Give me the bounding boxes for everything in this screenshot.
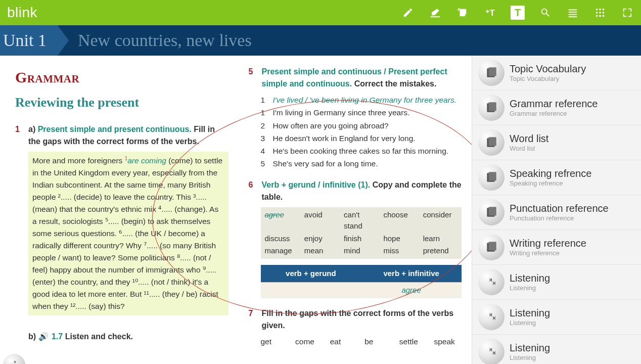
ex5-row-num: 5 xyxy=(261,158,267,169)
sidebar-item-sub: Listening xyxy=(510,284,550,292)
ex6-teal: Verb + gerund / infinitive (1). xyxy=(262,180,371,189)
ex7-num: 7 xyxy=(249,307,257,332)
cards-icon xyxy=(478,199,505,225)
unit-header: Unit 1 New countries, new lives xyxy=(0,25,641,56)
sidebar-item-title: Speaking refrence xyxy=(510,168,591,179)
sidebar-item-title: Word list xyxy=(510,133,548,145)
word-cell: eat xyxy=(330,336,358,347)
word-cell: enjoy xyxy=(304,233,339,245)
sidebar-item[interactable]: ListeningListening xyxy=(472,335,641,364)
ex6-lead: 6 Verb + gerund / infinitive (1). Copy a… xyxy=(249,179,462,203)
sidebar: Topic VocabularyTopic VocabularyGrammar … xyxy=(472,56,641,364)
svg-rect-12 xyxy=(489,67,496,76)
ex6-num: 6 xyxy=(249,179,257,203)
svg-point-2 xyxy=(596,9,598,11)
text-tool-icon[interactable]: T xyxy=(511,6,525,20)
cards-icon xyxy=(478,60,505,86)
sidebar-item[interactable]: ListeningListening xyxy=(472,265,641,300)
sidebar-item-title: Listening xyxy=(510,342,550,354)
sidebar-item[interactable]: Grammar referenceGrammar reference xyxy=(472,90,641,125)
svg-text:+: + xyxy=(457,7,460,13)
ex1b-track: 1.7 xyxy=(52,332,63,341)
ex5-row-num: 1 xyxy=(261,94,267,106)
word-cell: be xyxy=(364,336,392,347)
svg-point-4 xyxy=(603,9,605,11)
apps-grid-icon[interactable] xyxy=(593,6,607,19)
td-gerund xyxy=(261,283,361,298)
ex5-row-text: I'm living in Germany since three years. xyxy=(273,107,410,118)
svg-rect-20 xyxy=(489,207,496,215)
right-column: 5 Present simple and continuous / Presen… xyxy=(249,66,472,364)
audio-icon xyxy=(478,269,505,295)
sidebar-item[interactable]: Word listWord list xyxy=(472,125,641,160)
brand-logo: blink xyxy=(7,5,37,21)
sidebar-item-sub: Listening xyxy=(510,319,550,327)
sidebar-item[interactable]: Topic VocabularyTopic Vocabulary xyxy=(472,56,641,90)
svg-point-9 xyxy=(599,15,601,17)
word-cell: avoid xyxy=(304,209,339,232)
cards-icon xyxy=(478,129,505,156)
sidebar-item[interactable]: Writing referenceWriting reference xyxy=(472,230,641,265)
text-add-icon[interactable]: ⁺T xyxy=(483,6,496,19)
ex5-rows: 1I've lived / 've been living in Germany… xyxy=(249,94,462,170)
ex5-row-text: How often are you going abroad? xyxy=(273,120,389,131)
word-cell: get xyxy=(261,336,289,347)
word-cell: speak xyxy=(434,336,462,347)
ex5-row: 2How often are you going abroad? xyxy=(261,120,462,131)
word-cell: learn xyxy=(423,233,457,245)
svg-text:⁺T: ⁺T xyxy=(485,8,495,17)
sidebar-item-sub: Writing reference xyxy=(510,249,586,257)
sidebar-item-sub: Word list xyxy=(510,145,548,152)
passage-post: (come) to settle in the United Kingdom e… xyxy=(32,156,222,310)
sidebar-item-title: Writing reference xyxy=(510,238,586,249)
word-cell: mind xyxy=(344,245,378,257)
sidebar-item[interactable]: Punctuation referencePunctuation referen… xyxy=(472,195,641,230)
ex5-row: 5She's very sad for a long time. xyxy=(261,158,462,169)
toolbar: blink + ⁺T T xyxy=(0,0,641,25)
ex1-sub: a) xyxy=(28,125,35,133)
ex5-row-text: I've lived / 've been living in Germany … xyxy=(273,94,456,106)
sidebar-item-title: Listening xyxy=(510,307,550,319)
word-cell: choose xyxy=(383,209,418,232)
sidebar-item-title: Punctuation reference xyxy=(510,203,609,214)
pencil-icon[interactable] xyxy=(401,6,415,19)
eraser-icon[interactable] xyxy=(429,6,442,19)
word-cell: hope xyxy=(383,233,418,245)
fullscreen-icon[interactable] xyxy=(621,6,634,19)
sidebar-item[interactable]: Speaking refrenceSpeaking refrence xyxy=(472,160,641,195)
word-cell: manage xyxy=(265,245,299,257)
ex6-words: agreeavoidcan't standchooseconsiderdiscu… xyxy=(261,207,462,259)
ex5-bold: Correct the mistakes. xyxy=(354,79,437,88)
search-icon[interactable] xyxy=(539,6,552,19)
th-infinitive: verb + infinitive xyxy=(361,265,462,283)
word-cell: finish xyxy=(344,233,378,245)
word-cell: consider xyxy=(423,209,457,232)
sidebar-item-sub: Grammar reference xyxy=(510,110,598,117)
svg-rect-16 xyxy=(489,137,496,146)
ex5-lead: 5 Present simple and continuous / Presen… xyxy=(249,66,462,90)
ex1-lead: 1 a) Present simple and present continuo… xyxy=(15,123,228,148)
svg-point-8 xyxy=(596,15,598,17)
sidebar-item-sub: Punctuation reference xyxy=(510,214,609,222)
menu-lines-icon[interactable] xyxy=(566,6,579,19)
sidebar-item-sub: Topic Vocabulary xyxy=(510,75,586,82)
main-layout: Grammar Reviewing the present 1 a) Prese… xyxy=(0,56,641,364)
audio-icon xyxy=(478,304,505,330)
cards-icon xyxy=(478,164,505,191)
sidebar-item-title: Grammar reference xyxy=(510,98,598,110)
svg-point-10 xyxy=(603,15,605,17)
ex5-row-num: 4 xyxy=(261,145,267,157)
ex1-num: 1 xyxy=(15,123,23,148)
sidebar-item[interactable]: ListeningListening xyxy=(472,300,641,335)
sidebar-item-sub: Listening xyxy=(510,354,550,361)
ex1-teal: Present simple and present continuous. xyxy=(38,125,192,133)
page-content: Grammar Reviewing the present 1 a) Prese… xyxy=(0,56,472,364)
ex5-row: 4He's been cooking three cakes so far th… xyxy=(261,145,462,157)
note-add-icon[interactable]: + xyxy=(456,6,469,19)
svg-point-3 xyxy=(599,9,601,11)
sidebar-item-title: Listening xyxy=(510,272,550,284)
ex6-table-row: agree xyxy=(261,282,462,298)
unit-title: New countries, new lives xyxy=(78,31,252,50)
svg-rect-14 xyxy=(489,102,496,111)
cards-icon xyxy=(478,95,505,121)
